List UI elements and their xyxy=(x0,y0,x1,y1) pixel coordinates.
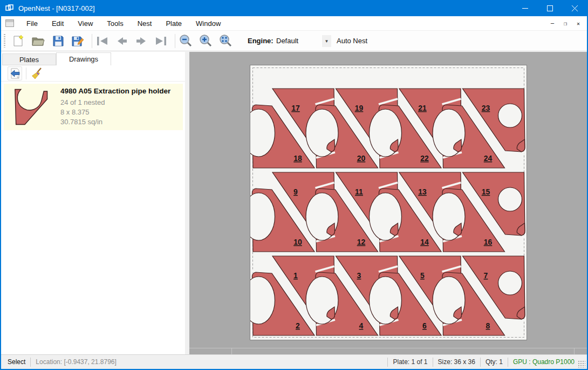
go-first-icon xyxy=(95,35,110,47)
part-number: 7 xyxy=(484,271,488,280)
part-number: 8 xyxy=(486,321,490,330)
status-separator xyxy=(480,358,481,367)
zoom-out-icon xyxy=(179,34,193,48)
mdi-child-icon[interactable] xyxy=(5,19,14,27)
last-plate-button[interactable] xyxy=(153,33,168,49)
open-button[interactable] xyxy=(31,33,46,49)
clean-button[interactable] xyxy=(29,66,44,80)
part-number: 13 xyxy=(418,187,427,196)
part-number: 23 xyxy=(482,104,490,112)
return-part-icon xyxy=(9,68,21,79)
minimize-button[interactable] xyxy=(512,0,537,16)
status-qty: Qty: 1 xyxy=(486,358,503,366)
part-number: 19 xyxy=(355,104,364,112)
zoom-fit-button[interactable] xyxy=(218,33,233,49)
save-as-icon xyxy=(71,35,84,48)
mdi-window-controls: ─ ❐ ✕ xyxy=(547,16,584,30)
menu-item-plate[interactable]: Plate xyxy=(159,16,189,31)
panel-toolbar-separator xyxy=(26,68,26,79)
app-window: OpenNest - [N0317-002] FileEditViewTools… xyxy=(0,0,588,370)
engine-combobox[interactable]: Default xyxy=(276,37,319,45)
canvas-scroll-divider xyxy=(189,348,587,348)
toolbar-separator xyxy=(92,34,92,48)
menu-item-tools[interactable]: Tools xyxy=(100,16,130,31)
pipe-hole-void xyxy=(498,187,522,211)
status-separator xyxy=(30,358,31,367)
main-toolbar: Engine: Default ▼ Auto Nest xyxy=(1,31,587,51)
status-size: Size: 36 x 36 xyxy=(438,358,475,366)
drawing-item-nested: 24 of 1 nested xyxy=(60,98,170,107)
part-number: 20 xyxy=(357,154,366,163)
menu-items: FileEditViewToolsNestPlateWindow xyxy=(19,16,228,31)
title-bar: OpenNest - [N0317-002] xyxy=(1,0,587,16)
mdi-close-button[interactable]: ✕ xyxy=(573,18,584,28)
return-part-button[interactable] xyxy=(8,66,22,80)
part-number: 12 xyxy=(357,238,366,246)
resize-grip[interactable] xyxy=(578,360,585,368)
engine-label: Engine: xyxy=(248,37,274,45)
broom-icon xyxy=(30,67,43,80)
part-thumbnail xyxy=(8,86,52,127)
save-as-button[interactable] xyxy=(70,33,85,49)
part-number: 18 xyxy=(293,154,302,163)
first-plate-button[interactable] xyxy=(95,33,110,49)
menu-item-nest[interactable]: Nest xyxy=(131,16,159,31)
zoom-in-icon xyxy=(199,34,213,48)
new-document-button[interactable] xyxy=(11,33,26,49)
toolbar-separator xyxy=(175,34,175,48)
close-button[interactable] xyxy=(562,0,587,16)
new-document-icon xyxy=(12,35,25,48)
part-number: 6 xyxy=(422,321,427,330)
part-number: 11 xyxy=(355,187,363,196)
app-logo-icon xyxy=(5,4,14,12)
status-plate: Plate: 1 of 1 xyxy=(393,358,427,366)
zoom-out-button[interactable] xyxy=(178,33,193,49)
menu-item-view[interactable]: View xyxy=(71,16,100,31)
open-folder-icon xyxy=(31,35,45,48)
part-number: 24 xyxy=(484,154,493,163)
panel-splitter[interactable] xyxy=(185,52,189,354)
previous-plate-button[interactable] xyxy=(114,33,129,49)
part-number: 4 xyxy=(359,321,364,330)
tab-plates[interactable]: Plates xyxy=(2,53,56,65)
mdi-restore-button[interactable]: ❐ xyxy=(560,18,571,28)
next-plate-button[interactable] xyxy=(134,33,149,49)
pipe-hole-void xyxy=(498,271,522,295)
part-number: 21 xyxy=(418,104,427,112)
plate-drawing: 171819202122232491011121314151612345678 xyxy=(250,65,527,340)
window-title: OpenNest - [N0317-002] xyxy=(18,4,95,12)
window-controls xyxy=(512,0,587,16)
drawing-item-size: 8 x 8.375 xyxy=(60,107,170,117)
status-gpu: GPU : Quadro P1000 xyxy=(513,358,575,366)
go-previous-icon xyxy=(115,35,129,47)
auto-nest-button[interactable]: Auto Nest xyxy=(337,37,367,45)
part-number: 1 xyxy=(293,271,298,280)
save-button[interactable] xyxy=(51,33,66,49)
maximize-button[interactable] xyxy=(537,0,562,16)
status-bar: Select Location: [-0.9437, 21.8796] Plat… xyxy=(1,354,587,369)
menu-item-edit[interactable]: Edit xyxy=(45,16,71,31)
zoom-in-button[interactable] xyxy=(198,33,213,49)
zoom-fit-icon xyxy=(218,34,233,48)
part-number: 16 xyxy=(484,238,493,246)
part-number: 15 xyxy=(482,187,490,196)
menu-item-file[interactable]: File xyxy=(19,16,45,31)
toolbar-grip[interactable] xyxy=(4,34,5,48)
part-number: 3 xyxy=(357,271,361,280)
drawings-toolbar xyxy=(1,65,185,82)
part-number: 9 xyxy=(293,187,298,196)
part-number: 14 xyxy=(420,238,429,246)
go-next-icon xyxy=(134,35,148,47)
status-separator xyxy=(508,358,508,367)
save-icon xyxy=(52,35,65,48)
status-separator xyxy=(387,358,388,367)
engine-dropdown-button[interactable]: ▼ xyxy=(322,35,331,47)
mdi-minimize-button[interactable]: ─ xyxy=(547,18,558,28)
go-last-icon xyxy=(154,35,168,47)
nest-canvas[interactable]: 171819202122232491011121314151612345678 xyxy=(189,52,587,354)
drawing-item-title: 4980 A05 Extraction pipe holder xyxy=(60,87,170,95)
drawing-list-item[interactable]: 4980 A05 Extraction pipe holder 24 of 1 … xyxy=(4,84,183,130)
part-number: 10 xyxy=(293,238,302,246)
menu-item-window[interactable]: Window xyxy=(189,16,228,31)
tab-drawings[interactable]: Drawings xyxy=(56,52,111,65)
